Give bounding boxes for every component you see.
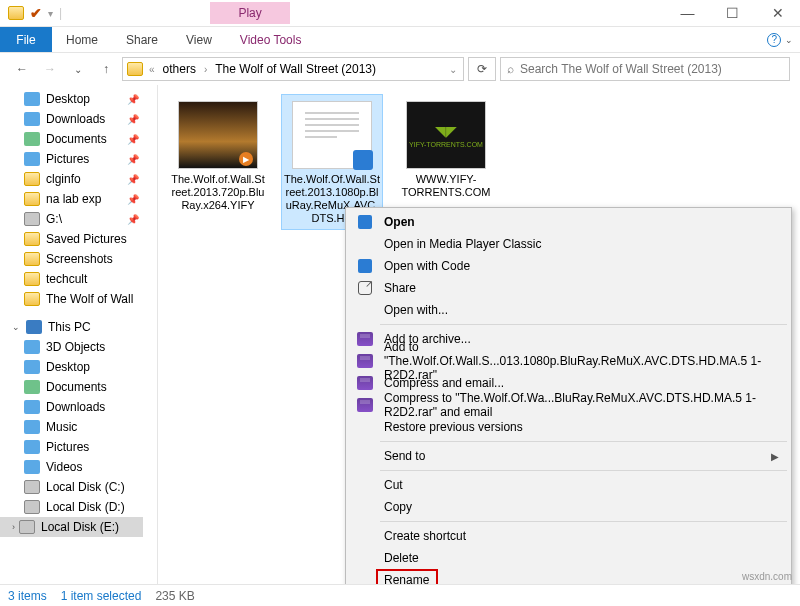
contextual-tab-play[interactable]: Play (210, 2, 290, 24)
addressbar-dropdown-icon[interactable]: ⌄ (447, 64, 459, 75)
sidebar-item-music[interactable]: Music (0, 417, 157, 437)
sidebar-item-downloads2[interactable]: Downloads (0, 397, 157, 417)
sidebar-label: Pictures (46, 152, 89, 166)
qat-dropdown-icon[interactable]: ▾ (48, 8, 53, 19)
forward-button[interactable]: → (38, 57, 62, 81)
folder-icon (24, 172, 40, 186)
sidebar-item-wolf[interactable]: The Wolf of Wall (0, 289, 157, 309)
status-size: 235 KB (155, 589, 194, 603)
close-button[interactable]: ✕ (755, 0, 800, 27)
pin-icon: 📌 (127, 174, 139, 185)
sidebar-item-documents2[interactable]: Documents (0, 377, 157, 397)
context-menu: Open Open in Media Player Classic Open w… (345, 207, 792, 606)
file-item-torrent[interactable]: ◥◤ YIFY-TORRENTS.COM WWW.YIFY-TORRENTS.C… (396, 95, 496, 203)
share-icon (356, 280, 374, 296)
share-tab[interactable]: Share (112, 27, 172, 52)
sidebar-scrollbar[interactable] (143, 85, 157, 585)
ctx-open[interactable]: Open (348, 211, 789, 233)
sidebar-label: Screenshots (46, 252, 113, 266)
back-button[interactable]: ← (10, 57, 34, 81)
blank-icon (356, 302, 374, 318)
ctx-share[interactable]: Share (348, 277, 789, 299)
sidebar-item-savedpics[interactable]: Saved Pictures (0, 229, 157, 249)
sidebar-item-screenshots[interactable]: Screenshots (0, 249, 157, 269)
sidebar-item-pictures2[interactable]: Pictures (0, 437, 157, 457)
search-input[interactable] (520, 62, 783, 76)
file-item-video[interactable]: The.Wolf.of.Wall.Street.2013.720p.BluRay… (168, 95, 268, 216)
sidebar-item-pictures[interactable]: Pictures📌 (0, 149, 157, 169)
ctx-label: Open (384, 215, 415, 229)
vscode-icon (356, 258, 374, 274)
desktop-icon (24, 360, 40, 374)
window-controls: — ☐ ✕ (665, 0, 800, 27)
folder-icon (8, 6, 24, 20)
sidebar-label: Desktop (46, 92, 90, 106)
sidebar-item-documents[interactable]: Documents📌 (0, 129, 157, 149)
blank-icon (356, 236, 374, 252)
chevron-icon[interactable]: › (202, 64, 209, 75)
refresh-button[interactable]: ⟳ (468, 57, 496, 81)
sidebar-item-techcult[interactable]: techcult (0, 269, 157, 289)
video-tools-tab[interactable]: Video Tools (226, 27, 316, 52)
maximize-button[interactable]: ☐ (710, 0, 755, 27)
home-tab[interactable]: Home (52, 27, 112, 52)
sidebar-label: Local Disk (E:) (41, 520, 119, 534)
sidebar-item-clginfo[interactable]: clginfo📌 (0, 169, 157, 189)
up-button[interactable]: ↑ (94, 57, 118, 81)
sidebar-label: Saved Pictures (46, 232, 127, 246)
blank-icon (356, 419, 374, 435)
sidebar-item-localdisk-e[interactable]: ›Local Disk (E:) (0, 517, 157, 537)
ctx-cut[interactable]: Cut (348, 474, 789, 496)
torrent-thumbnail-icon: ◥◤ YIFY-TORRENTS.COM (406, 101, 486, 169)
ctx-label: Share (384, 281, 416, 295)
address-bar[interactable]: « others › The Wolf of Wall Street (2013… (122, 57, 464, 81)
sidebar-item-videos[interactable]: Videos (0, 457, 157, 477)
sidebar-label: Downloads (46, 112, 105, 126)
ctx-open-code[interactable]: Open with Code (348, 255, 789, 277)
navigation-pane[interactable]: Desktop📌 Downloads📌 Documents📌 Pictures📌… (0, 85, 158, 585)
sidebar-item-desktop[interactable]: Desktop📌 (0, 89, 157, 109)
sidebar-item-localdisk-c[interactable]: Local Disk (C:) (0, 477, 157, 497)
ctx-delete[interactable]: Delete (348, 547, 789, 569)
ctx-open-mpc[interactable]: Open in Media Player Classic (348, 233, 789, 255)
folder-icon (24, 252, 40, 266)
qat-check-icon[interactable]: ✔ (30, 5, 42, 21)
pin-icon: 📌 (127, 114, 139, 125)
ctx-send-to[interactable]: Send to▶ (348, 445, 789, 467)
recent-locations-button[interactable]: ⌄ (66, 57, 90, 81)
breadcrumb-current[interactable]: The Wolf of Wall Street (2013) (213, 62, 378, 76)
sidebar-item-nalab[interactable]: na lab exp📌 (0, 189, 157, 209)
pin-icon: 📌 (127, 134, 139, 145)
sidebar-label: na lab exp (46, 192, 101, 206)
ctx-copy[interactable]: Copy (348, 496, 789, 518)
sidebar-item-3dobjects[interactable]: 3D Objects (0, 337, 157, 357)
chevron-icon[interactable]: « (147, 64, 157, 75)
ctx-create-shortcut[interactable]: Create shortcut (348, 525, 789, 547)
view-tab[interactable]: View (172, 27, 226, 52)
sidebar-thispc-header[interactable]: ⌄This PC (0, 317, 157, 337)
ctx-add-to-rar[interactable]: Add to "The.Wolf.Of.Wall.S...013.1080p.B… (348, 350, 789, 372)
sidebar-item-localdisk-d[interactable]: Local Disk (D:) (0, 497, 157, 517)
ribbon-tabs: File Home Share View Video Tools ? ⌄ (0, 27, 800, 53)
ctx-restore[interactable]: Restore previous versions (348, 416, 789, 438)
downloads-icon (24, 112, 40, 126)
ribbon-help-dropdown[interactable]: ? ⌄ (760, 27, 800, 52)
sidebar-item-gdrive[interactable]: G:\📌 (0, 209, 157, 229)
search-box[interactable]: ⌕ (500, 57, 790, 81)
sidebar-item-desktop2[interactable]: Desktop (0, 357, 157, 377)
minimize-button[interactable]: — (665, 0, 710, 27)
ctx-open-with[interactable]: Open with... (348, 299, 789, 321)
sidebar-item-downloads[interactable]: Downloads📌 (0, 109, 157, 129)
status-item-count: 3 items (8, 589, 47, 603)
ctx-compress-to-email[interactable]: Compress to "The.Wolf.Of.Wa...BluRay.ReM… (348, 394, 789, 416)
ctx-label: Create shortcut (384, 529, 466, 543)
documents-icon (24, 132, 40, 146)
winrar-icon (356, 397, 374, 413)
breadcrumb-others[interactable]: others (161, 62, 198, 76)
file-tab[interactable]: File (0, 27, 52, 52)
ctx-separator (380, 324, 787, 325)
pin-icon: 📌 (127, 94, 139, 105)
ctx-label: Open with Code (384, 259, 470, 273)
ctx-label: Compress to "The.Wolf.Of.Wa...BluRay.ReM… (384, 391, 779, 419)
file-caption: The.Wolf.of.Wall.Street.2013.720p.BluRay… (168, 173, 268, 216)
